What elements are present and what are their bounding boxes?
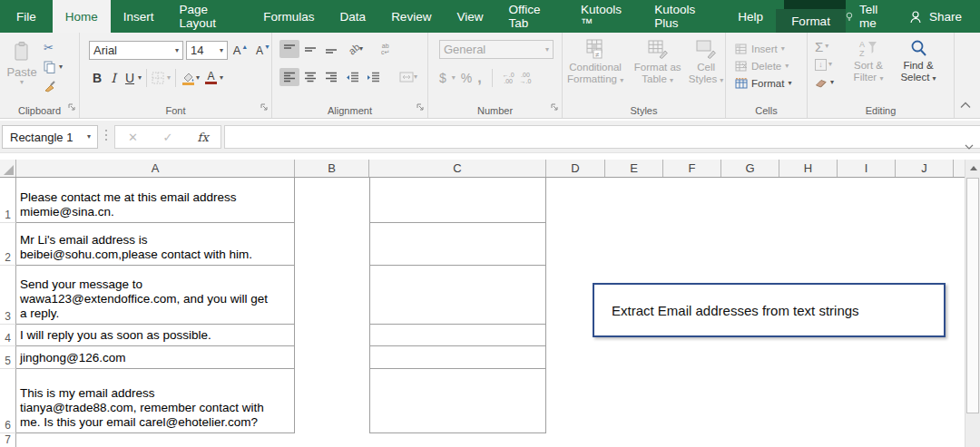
col-header-i[interactable]: I [838, 160, 896, 177]
col-header-d[interactable]: D [546, 160, 605, 177]
clear-button[interactable]: ▾ [815, 75, 834, 90]
font-color-button[interactable]: A [205, 72, 217, 84]
cell-a5[interactable]: jinghong@126.com [16, 346, 295, 369]
autosum-button[interactable]: Σ▾ [815, 39, 834, 53]
cell-c6[interactable] [369, 369, 546, 433]
cell-c1[interactable] [369, 178, 546, 223]
font-color-dropdown-icon[interactable]: ▾ [220, 74, 223, 82]
paste-button[interactable]: Paste ▾ [5, 41, 38, 86]
tab-kutools-plus[interactable]: Kutools Plus [642, 0, 725, 33]
number-format-combo[interactable]: General▾ [439, 40, 554, 59]
borders-dropdown-icon[interactable]: ▾ [167, 74, 171, 82]
row-header-2[interactable]: 2 [0, 223, 16, 266]
sort-filter-button[interactable]: AZ Sort &Filter ▾ [848, 39, 889, 83]
collapse-ribbon-button[interactable] [960, 96, 971, 112]
underline-dropdown-icon[interactable]: ▾ [138, 74, 142, 82]
align-right-button[interactable] [321, 68, 341, 86]
find-select-button[interactable]: Find &Select ▾ [895, 39, 942, 83]
tab-insert[interactable]: Insert [111, 0, 167, 33]
cell-a2[interactable]: Mr Li's email address is beibei@sohu.com… [16, 223, 295, 266]
col-header-c[interactable]: C [369, 160, 546, 177]
copy-button[interactable]: ▾ [44, 60, 63, 73]
cell-b2[interactable] [295, 223, 369, 266]
name-box-dropdown-icon[interactable]: ▾ [87, 133, 91, 141]
vertical-scrollbar[interactable] [965, 160, 980, 447]
bottom-align-button[interactable] [321, 40, 341, 58]
tell-me-button[interactable]: Tell me [846, 3, 883, 30]
tab-home[interactable]: Home [53, 0, 111, 33]
fill-color-icon[interactable] [181, 71, 196, 85]
font-dialog-launcher[interactable] [260, 99, 269, 115]
row-header-7[interactable]: 7 [0, 433, 16, 447]
cell-a6[interactable]: This is my email address tianya@trade88.… [16, 369, 295, 433]
number-dialog-launcher[interactable] [551, 99, 559, 115]
cell-a4[interactable]: I will reply you as soon as possible. [16, 325, 295, 346]
decrease-decimal-button[interactable]: .00→.0 [520, 72, 532, 84]
tab-review[interactable]: Review [378, 0, 444, 33]
row-header-6[interactable]: 6 [0, 369, 16, 433]
col-header-g[interactable]: G [721, 160, 779, 177]
col-header-partial[interactable] [954, 160, 965, 177]
shape-rectangle-1[interactable]: Extract Email addresses from text string… [593, 283, 946, 337]
col-header-e[interactable]: E [605, 160, 663, 177]
cell-c2[interactable] [369, 223, 546, 266]
cancel-button[interactable]: ✕ [115, 131, 151, 144]
cell-c4[interactable] [369, 325, 546, 346]
bold-button[interactable]: B [89, 71, 105, 85]
tab-help[interactable]: Help [725, 0, 776, 33]
cell-a1[interactable]: Please contact me at this email address … [16, 178, 295, 223]
fill-color-dropdown-icon[interactable]: ▾ [196, 74, 200, 82]
tab-view[interactable]: View [444, 0, 495, 33]
name-box[interactable]: Rectangle 1 ▾ [2, 125, 98, 149]
tab-office-tab[interactable]: Office Tab [495, 0, 568, 33]
cell-b3[interactable] [295, 266, 369, 325]
insert-cells-button[interactable]: Insert▾ [735, 40, 807, 57]
tab-kutools[interactable]: Kutools ™ [568, 0, 642, 33]
clipboard-dialog-launcher[interactable] [68, 99, 76, 115]
increase-decimal-button[interactable]: ←.0.00 [503, 72, 514, 84]
cell-a3[interactable]: Send your message to wawa123@extendoffic… [16, 266, 295, 325]
currency-dropdown-icon[interactable]: ▾ [452, 74, 456, 82]
borders-icon[interactable] [152, 72, 164, 84]
cell-c3[interactable] [369, 266, 546, 325]
share-button[interactable]: Share [908, 10, 962, 24]
font-name-combo[interactable]: Arial▾ [89, 41, 183, 60]
format-painter-button[interactable] [44, 79, 63, 92]
col-header-h[interactable]: H [779, 160, 838, 177]
delete-cells-button[interactable]: Delete▾ [735, 57, 807, 74]
comma-button[interactable]: , [477, 70, 481, 86]
scrollbar-thumb[interactable] [966, 178, 979, 413]
cell-a7[interactable] [16, 433, 295, 447]
align-center-button[interactable] [300, 68, 320, 86]
enter-button[interactable]: ✓ [151, 131, 186, 144]
copy-dropdown-icon[interactable]: ▾ [59, 63, 63, 71]
tab-page-layout[interactable]: Page Layout [167, 0, 251, 33]
row-header-3[interactable]: 3 [0, 266, 16, 325]
col-header-b[interactable]: B [295, 160, 369, 177]
format-cells-button[interactable]: Format▾ [735, 74, 807, 92]
percent-button[interactable]: % [461, 71, 472, 85]
tab-file[interactable]: File [0, 0, 53, 33]
formula-input[interactable] [224, 125, 980, 149]
increase-indent-button[interactable] [363, 68, 383, 86]
wrap-text-button[interactable]: ab c↵ [381, 43, 389, 55]
cell-b4[interactable] [295, 325, 369, 346]
formula-bar-expand-icon[interactable] [965, 139, 974, 152]
col-header-a[interactable]: A [16, 160, 295, 177]
decrease-indent-button[interactable] [342, 68, 362, 86]
middle-align-button[interactable] [300, 40, 320, 58]
cut-button[interactable]: ✂ [44, 41, 63, 54]
align-left-button[interactable] [279, 68, 299, 86]
select-all-corner[interactable] [0, 160, 16, 177]
formula-bar-grip[interactable] [105, 130, 107, 141]
alignment-dialog-launcher[interactable] [416, 99, 425, 115]
tab-data[interactable]: Data [328, 0, 379, 33]
cell-b5[interactable] [295, 346, 369, 369]
cell-b6[interactable] [295, 369, 369, 433]
tab-format[interactable]: Format [776, 9, 846, 33]
font-size-combo[interactable]: 14▾ [186, 41, 228, 60]
row-header-5[interactable]: 5 [0, 346, 16, 369]
italic-button[interactable]: I [105, 71, 122, 85]
row-header-1[interactable]: 1 [0, 178, 16, 223]
row-header-4[interactable]: 4 [0, 325, 16, 346]
